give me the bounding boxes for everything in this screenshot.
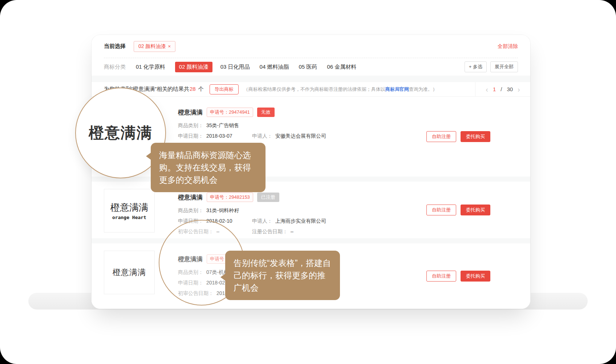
total-pages: 30 bbox=[507, 86, 513, 92]
category-tab-02-active[interactable]: 02 颜料油漆 bbox=[175, 62, 212, 72]
field-label: 申请人： bbox=[252, 217, 272, 225]
trademark-office-link[interactable]: 商标局官网 bbox=[385, 86, 409, 92]
status-badge: 已注册 bbox=[257, 193, 279, 202]
status-badge: 无效 bbox=[257, 108, 275, 117]
magnified-trademark-text: 橙意满满 bbox=[89, 123, 153, 143]
field-value: 31类-饲料种籽 bbox=[206, 207, 239, 214]
current-selection-row: 当前选择 02 颜料油漆 × 全部清除 bbox=[104, 35, 518, 58]
close-icon[interactable]: × bbox=[168, 44, 171, 49]
next-page-icon[interactable]: › bbox=[518, 86, 520, 93]
field-value: 35类-广告销售 bbox=[206, 122, 239, 129]
row-actions: 自助注册 委托购买 bbox=[426, 205, 490, 215]
trademark-image-text: 橙意满满 bbox=[110, 201, 148, 214]
trademark-image[interactable]: 橙意满满 orange Heart bbox=[104, 189, 155, 232]
disclaimer-text-post: 查询为准。） bbox=[409, 86, 437, 92]
selected-category-tag-label: 02 颜料油漆 bbox=[138, 43, 166, 50]
current-page: 1 bbox=[493, 86, 496, 92]
category-tab-05[interactable]: 05 医药 bbox=[299, 64, 317, 70]
field-label: 注册公告日期： bbox=[252, 228, 288, 235]
field-label: 申请日期： bbox=[178, 132, 203, 139]
category-actions: + 多选 展开全部 bbox=[465, 61, 518, 72]
application-number-label: 申请号： bbox=[210, 109, 229, 115]
filter-card: 当前选择 02 颜料油漆 × 全部清除 商标分类 01 化学原料 02 颜料油漆… bbox=[92, 35, 530, 76]
category-tab-01[interactable]: 01 化学原料 bbox=[136, 64, 165, 70]
field-value: – bbox=[291, 228, 293, 235]
prev-page-icon[interactable]: ‹ bbox=[486, 86, 488, 93]
field-value: 2018-03-07 bbox=[206, 132, 232, 139]
field-label: 申请人： bbox=[252, 132, 272, 139]
application-number-value: 29474941 bbox=[229, 109, 250, 115]
trademark-image-text: 橙意满满 bbox=[113, 267, 146, 278]
row-actions: 自助注册 委托购买 bbox=[426, 131, 490, 142]
application-number-tag: 申请号：29482153 bbox=[207, 193, 253, 202]
application-number-label: 申请号： bbox=[210, 194, 229, 200]
results-header: 为您检索到“橙意满满”相关的结果共28 个 导出商标 （商标检索结果仅供参考，不… bbox=[92, 82, 530, 97]
section-divider bbox=[92, 76, 530, 82]
application-number-tag: 申请号：29474941 bbox=[207, 108, 253, 117]
field-label: 商品类别： bbox=[178, 122, 203, 129]
trademark-name: 橙意满满 bbox=[178, 108, 203, 117]
promo-tooltip-promotion: 告别传统“发表格”，搭建自己的标行，获得更多的推广机会 bbox=[225, 251, 340, 300]
entrust-purchase-button[interactable]: 委托购买 bbox=[461, 205, 490, 215]
trademark-image-subtitle: orange Heart bbox=[112, 215, 146, 220]
trademark-name: 橙意满满 bbox=[178, 193, 203, 202]
application-number-value: 29482153 bbox=[229, 194, 250, 200]
self-register-button[interactable]: 自助注册 bbox=[426, 131, 456, 142]
disclaimer-text-pre: （商标检索结果仅供参考，不作为商标能否注册的法律依据；具体以 bbox=[244, 86, 385, 92]
entrust-purchase-button[interactable]: 委托购买 bbox=[461, 271, 490, 282]
field-label: 商品类别： bbox=[178, 207, 203, 214]
category-tab-04[interactable]: 04 燃料油脂 bbox=[260, 64, 289, 70]
promo-tooltip-marketplace: 海量精品商标资源随心选购。支持在线交易，获得更多的交易机会 bbox=[151, 143, 266, 192]
pagination: ‹ 1 / 30 › bbox=[475, 82, 530, 96]
field-value: 上海雨步实业有限公司 bbox=[275, 217, 326, 225]
page-background: 当前选择 02 颜料油漆 × 全部清除 商标分类 01 化学原料 02 颜料油漆… bbox=[0, 0, 616, 364]
self-register-button[interactable]: 自助注册 bbox=[426, 271, 456, 282]
trademark-details: 橙意满满 申请号：29474941 无效 商品类别：35类-广告销售 申请日期：… bbox=[178, 104, 403, 143]
multi-select-button[interactable]: + 多选 bbox=[465, 61, 487, 72]
results-count: 28 bbox=[190, 86, 196, 92]
results-summary-unit: 个 bbox=[198, 86, 204, 92]
current-selection-label: 当前选择 bbox=[104, 43, 126, 50]
field-value: 安徽美达会展有限公司 bbox=[275, 132, 326, 139]
clear-all-button[interactable]: 全部清除 bbox=[498, 43, 518, 50]
category-tab-03[interactable]: 03 日化用品 bbox=[220, 64, 250, 70]
category-row-label: 商标分类 bbox=[104, 64, 126, 70]
expand-all-button[interactable]: 展开全部 bbox=[490, 61, 518, 72]
entrust-purchase-button[interactable]: 委托购买 bbox=[461, 131, 490, 142]
page-divider: / bbox=[500, 86, 502, 92]
results-disclaimer: （商标检索结果仅供参考，不作为商标能否注册的法律依据；具体以商标局官网查询为准。… bbox=[244, 86, 437, 93]
selected-category-tag[interactable]: 02 颜料油漆 × bbox=[134, 41, 175, 52]
self-register-button[interactable]: 自助注册 bbox=[426, 205, 456, 215]
export-trademarks-button[interactable]: 导出商标 bbox=[210, 84, 239, 94]
row-actions: 自助注册 委托购买 bbox=[426, 271, 490, 282]
category-tab-06[interactable]: 06 金属材料 bbox=[327, 64, 356, 70]
trademark-image[interactable]: 橙意满满 bbox=[104, 251, 155, 294]
category-row: 商标分类 01 化学原料 02 颜料油漆 03 日化用品 04 燃料油脂 05 … bbox=[104, 58, 518, 76]
